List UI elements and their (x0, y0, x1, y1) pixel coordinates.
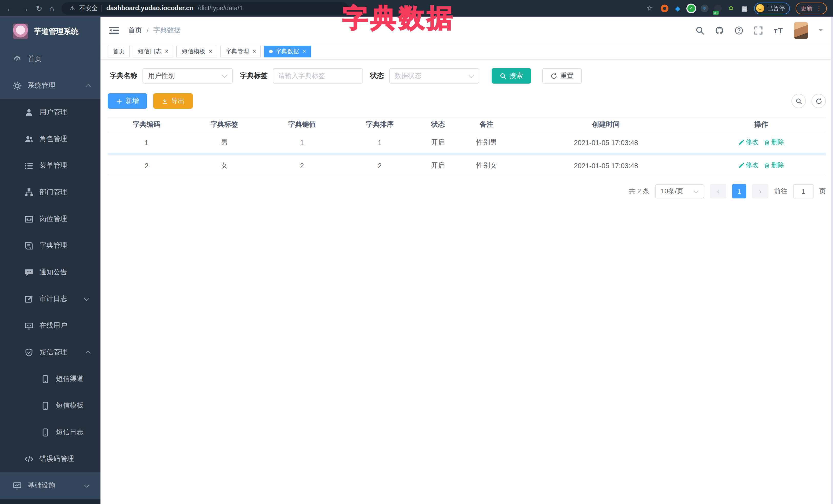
refresh-button[interactable] (811, 94, 826, 108)
profile-paused-pill[interactable]: 已暂停 (754, 2, 790, 14)
dict-tag-input[interactable]: 请输入字典标签 (273, 68, 363, 83)
search-icon[interactable] (696, 26, 705, 34)
kebab-menu-icon[interactable]: ⋮ (816, 5, 822, 11)
column-header: 字典编码 (108, 117, 185, 132)
address-bar[interactable]: ⚠ 不安全 dashboard.yudao.iocoder.cn/dict/ty… (61, 2, 348, 15)
reset-button[interactable]: 重置 (542, 68, 582, 83)
sidebar-item-sms-log[interactable]: 短信日志 (0, 419, 100, 446)
code-icon (25, 455, 33, 463)
cell-label: 男 (185, 132, 263, 154)
chevron-up-icon (86, 351, 91, 356)
close-tab-icon[interactable]: × (209, 48, 212, 54)
breadcrumb-home[interactable]: 首页 (128, 26, 142, 35)
page-size-select[interactable]: 10条/页 (655, 184, 704, 198)
cell-code: 1 (108, 132, 185, 154)
dark-on-extension-icon[interactable]: on (714, 4, 721, 12)
next-page-button[interactable]: › (752, 184, 768, 198)
users-icon (25, 135, 33, 143)
sidebar-item-audit-log[interactable]: 审计日志 (0, 286, 100, 312)
sidebar-item-online-users[interactable]: 在线用户 (0, 312, 100, 339)
close-tab-icon[interactable]: × (303, 48, 306, 54)
total-count: 共 2 条 (629, 187, 649, 196)
sidebar-item-menu-mgmt[interactable]: 菜单管理 (0, 152, 100, 179)
puzzle-extension-icon[interactable]: ▦ (740, 4, 748, 12)
chevron-down-icon (694, 188, 699, 193)
column-header: 备注 (457, 117, 516, 132)
sidebar-item-label: 短信渠道 (56, 374, 84, 384)
green-check-extension-icon[interactable]: ✓ (687, 4, 695, 12)
user-avatar[interactable] (794, 22, 808, 39)
tab-dict-data[interactable]: 字典数据× (264, 45, 311, 57)
current-page-button[interactable]: 1 (732, 184, 746, 198)
app-logo[interactable]: 芋道管理系统 (0, 17, 100, 46)
sidebar-item-sms-mgmt[interactable]: 短信管理 (0, 339, 100, 365)
sidebar-item-infrastructure[interactable]: 基础设施 (0, 472, 100, 499)
sidebar-item-label: 岗位管理 (40, 214, 67, 223)
table-tools (791, 94, 826, 108)
update-button[interactable]: 更新 ⋮ (795, 2, 827, 14)
tab-label: 短信模板 (182, 47, 205, 55)
close-tab-icon[interactable]: × (253, 48, 256, 54)
cell-label: 女 (185, 154, 263, 176)
sidebar-item-label: 短信日志 (56, 428, 84, 437)
chevron-down-icon (222, 73, 227, 78)
edit-link[interactable]: 修改 (738, 138, 758, 147)
tab-sms-template[interactable]: 短信模板× (176, 45, 217, 57)
paused-label: 已暂停 (767, 4, 785, 12)
chevron-down-icon (84, 295, 89, 301)
breadcrumb-separator: / (147, 26, 149, 34)
goto-page-input[interactable]: 1 (793, 184, 813, 198)
tab-sms-log[interactable]: 短信日志× (133, 45, 173, 57)
font-size-icon[interactable]: ᴛT (774, 26, 783, 34)
help-icon[interactable] (735, 26, 743, 34)
sidebar-item-post-mgmt[interactable]: 岗位管理 (0, 206, 100, 232)
delete-link[interactable]: 删除 (764, 161, 784, 170)
scrollbar-track[interactable] (831, 17, 833, 504)
sidebar-item-sms-template[interactable]: 短信模板 (0, 392, 100, 419)
orange-ring-extension-icon[interactable] (661, 4, 668, 12)
sidebar-item-user-mgmt[interactable]: 用户管理 (0, 99, 100, 126)
reload-icon[interactable]: ↻ (36, 4, 42, 12)
sidebar-item-dept-mgmt[interactable]: 部门管理 (0, 179, 100, 206)
bookmark-star-icon[interactable]: ☆ (646, 4, 653, 12)
dict-name-select[interactable]: 用户性别 (143, 68, 233, 83)
tabs-bar: 首页短信日志×短信模板×字典管理×字典数据× (100, 44, 833, 59)
blue-drop-extension-icon[interactable]: ◆ (674, 4, 682, 12)
extension-on-badge: on (713, 10, 718, 15)
sidebar-item-error-code-mgmt[interactable]: 错误码管理 (0, 446, 100, 472)
tab-label: 字典管理 (225, 47, 249, 55)
github-icon[interactable] (715, 26, 724, 34)
green-leaf-extension-icon[interactable]: ✿ (727, 4, 735, 12)
search-button-label: 搜索 (509, 71, 523, 80)
export-button[interactable]: 导出 (153, 93, 193, 109)
sidebar-item-label: 短信管理 (40, 347, 67, 357)
sidebar-item-sms-channel[interactable]: 短信渠道 (0, 365, 100, 392)
prev-page-button[interactable]: ‹ (710, 184, 727, 198)
close-tab-icon[interactable]: × (165, 48, 168, 54)
sidebar-item-role-mgmt[interactable]: 角色管理 (0, 126, 100, 152)
add-button[interactable]: 新增 (108, 93, 147, 109)
edit-link[interactable]: 修改 (738, 161, 758, 170)
delete-link[interactable]: 删除 (764, 138, 784, 147)
emoji-avatar-icon (756, 4, 764, 12)
show-search-button[interactable] (791, 94, 806, 108)
audit-icon (25, 294, 33, 303)
sliders-extension-icon[interactable]: ≑ (700, 4, 708, 12)
fullscreen-icon[interactable] (754, 26, 763, 34)
sidebar-item-home[interactable]: 首页 (0, 46, 100, 72)
tab-home[interactable]: 首页 (108, 45, 130, 57)
sidebar-item-system-mgmt[interactable]: 系统管理 (0, 72, 100, 99)
search-button[interactable]: 搜索 (492, 68, 531, 83)
home-icon[interactable]: ⌂ (49, 4, 54, 12)
forward-icon[interactable]: → (21, 4, 29, 12)
sidebar-item-notice[interactable]: 通知公告 (0, 259, 100, 286)
back-icon[interactable]: ← (6, 4, 14, 12)
sidebar-item-dict-mgmt[interactable]: 字典管理 (0, 232, 100, 259)
trash-icon (764, 163, 770, 169)
collapse-sidebar-icon[interactable] (109, 26, 119, 34)
export-button-label: 导出 (171, 96, 185, 105)
tab-dict-mgmt[interactable]: 字典管理× (220, 45, 261, 57)
status-select[interactable]: 数据状态 (389, 68, 479, 83)
phone-icon (41, 428, 50, 437)
avatar-caret-icon[interactable] (819, 29, 823, 33)
